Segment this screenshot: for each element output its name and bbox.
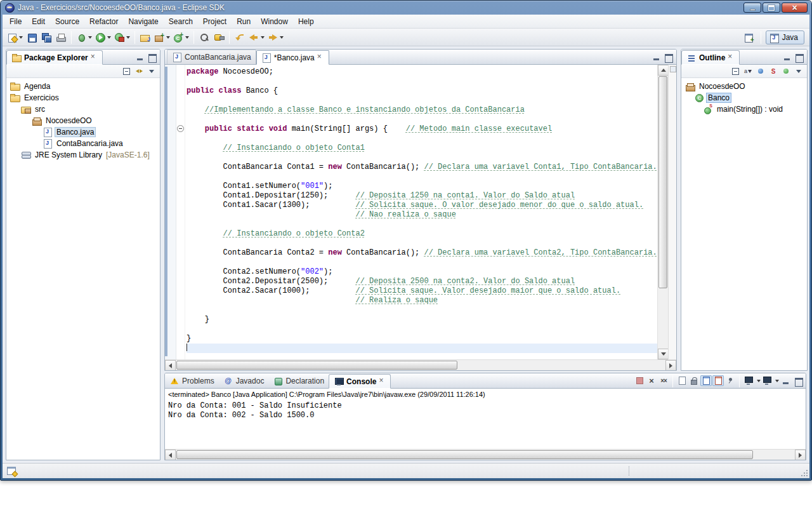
code-line-14[interactable]: Conta1.Depositar(1250); // Deposita 1250… <box>187 191 657 201</box>
code-line-25[interactable]: // Realiza o saque <box>187 296 657 305</box>
terminate-button[interactable] <box>634 375 645 386</box>
save-all-button[interactable] <box>39 30 53 44</box>
close-window-button[interactable] <box>782 3 808 13</box>
collapse-all-button[interactable] <box>121 66 132 77</box>
back-dropdown[interactable] <box>247 30 266 44</box>
menu-item-edit[interactable]: Edit <box>27 15 50 28</box>
close-view-icon[interactable] <box>728 54 735 61</box>
fold-collapse-icon[interactable] <box>177 125 184 132</box>
menu-item-file[interactable]: File <box>4 15 27 28</box>
open-type-button[interactable] <box>197 30 211 44</box>
scroll-right-arrow[interactable] <box>795 450 806 460</box>
code-line-13[interactable]: Conta1.setNumero("001"); <box>187 182 657 191</box>
remove-launch-button[interactable] <box>646 375 657 386</box>
code-line-21[interactable] <box>187 258 657 267</box>
code-line-11[interactable]: ContaBancaria Conta1 = new ContaBancaria… <box>187 163 657 172</box>
menu-item-window[interactable]: Window <box>256 15 293 28</box>
tree-item-exercicios[interactable]: Exercicios <box>6 92 160 104</box>
code-line-10[interactable] <box>187 153 657 163</box>
scroll-left-arrow[interactable] <box>165 360 176 371</box>
code-line-7[interactable]: public static void main(String[] args) {… <box>187 124 657 134</box>
menu-item-run[interactable]: Run <box>232 15 256 28</box>
open-console-dropdown[interactable] <box>761 375 773 386</box>
minimize-view-button[interactable] <box>780 376 792 386</box>
maximize-view-button[interactable] <box>792 376 804 386</box>
scroll-left-arrow[interactable] <box>165 450 176 460</box>
scroll-lock-button[interactable] <box>688 375 700 386</box>
sort-button[interactable] <box>742 66 754 77</box>
code-line-4[interactable] <box>187 96 657 105</box>
code-line-12[interactable] <box>187 172 657 182</box>
last-edit-location-button[interactable] <box>233 30 247 44</box>
scroll-up-arrow[interactable] <box>658 65 669 76</box>
folding-column[interactable] <box>176 65 185 359</box>
menu-item-search[interactable]: Search <box>164 15 198 28</box>
menu-item-source[interactable]: Source <box>50 15 84 28</box>
close-tab-icon[interactable] <box>317 54 324 61</box>
new-java-project-button[interactable] <box>138 30 152 44</box>
tab-javadoc[interactable]: Javadoc <box>219 373 269 388</box>
maximize-view-button[interactable] <box>146 52 158 62</box>
code-line-5[interactable]: //Implementando a classe Banco e instanc… <box>187 105 657 115</box>
code-line-8[interactable] <box>187 134 657 144</box>
code-line-17[interactable] <box>187 220 657 229</box>
code-line-29[interactable]: } <box>187 334 657 344</box>
new-wizard-dropdown[interactable] <box>6 30 24 44</box>
code-line-1[interactable]: package NocoesdeOO; <box>187 67 657 77</box>
show-console-on-stderr-button[interactable] <box>712 375 724 386</box>
pin-console-button[interactable] <box>724 375 736 386</box>
tree-item-agenda[interactable]: Agenda <box>6 81 160 92</box>
code-line-19[interactable] <box>187 239 657 248</box>
save-button[interactable] <box>25 30 39 44</box>
code-line-20[interactable]: ContaBancaria Conta2 = new ContaBancaria… <box>187 248 657 258</box>
editor-horizontal-scrollbar[interactable] <box>165 359 676 370</box>
tree-item-banco-java[interactable]: Banco.java <box>6 126 160 138</box>
show-console-on-stdout-button[interactable] <box>700 375 712 386</box>
fast-view-button[interactable] <box>7 467 16 475</box>
scrollbar-thumb[interactable] <box>176 450 753 459</box>
maximize-window-button[interactable] <box>763 3 780 13</box>
tree-item-src[interactable]: src <box>6 104 160 115</box>
tree-item-jre-system-library[interactable]: JRE System Library [JavaSE-1.6] <box>6 149 160 161</box>
tree-item-contabancaria-java[interactable]: ContaBancaria.java <box>6 138 160 149</box>
console-output[interactable]: Nro da Conta: 001 - Saldo InsuficienteNr… <box>165 400 806 449</box>
menu-item-navigate[interactable]: Navigate <box>123 15 163 28</box>
menu-item-help[interactable]: Help <box>293 15 319 28</box>
close-tab-icon[interactable] <box>379 378 386 385</box>
code-line-18[interactable]: // Instanciando o objeto Conta2 <box>187 229 657 239</box>
hide-non-public-members-button[interactable] <box>780 66 792 77</box>
close-view-icon[interactable] <box>91 54 98 61</box>
view-menu-button[interactable] <box>793 66 804 77</box>
minimize-view-button[interactable] <box>134 52 146 62</box>
scroll-down-arrow[interactable] <box>658 349 669 359</box>
code-line-16[interactable]: // Nao realiza o saque <box>187 210 657 220</box>
code-line-3[interactable]: public class Banco { <box>187 86 657 96</box>
outline-item-banco[interactable]: Banco <box>681 92 807 104</box>
code-line-24[interactable]: Conta2.Sacar(1000); // Solicita saque. V… <box>187 286 657 296</box>
package-explorer-tab[interactable]: Package Explorer <box>6 50 103 65</box>
outline-tab[interactable]: Outline <box>681 50 740 65</box>
scroll-right-arrow[interactable] <box>665 360 676 371</box>
code-line-27[interactable]: } <box>187 315 657 324</box>
editor-vertical-scrollbar[interactable] <box>657 65 668 359</box>
code-line-23[interactable]: Conta2.Depositar(2500); // Deposita 2500… <box>187 277 657 286</box>
run-dropdown[interactable] <box>94 30 112 44</box>
code-line-6[interactable] <box>187 115 657 124</box>
scrollbar-thumb[interactable] <box>176 361 457 370</box>
new-package-dropdown[interactable] <box>153 30 171 44</box>
forward-dropdown[interactable] <box>266 30 285 44</box>
code-area[interactable]: package NocoesdeOO;public class Banco { … <box>185 65 657 359</box>
code-line-30[interactable] <box>187 344 657 353</box>
external-tools-dropdown[interactable] <box>113 30 131 44</box>
new-class-dropdown[interactable] <box>172 30 190 44</box>
maximize-editor-button[interactable] <box>662 52 674 62</box>
view-menu-button[interactable] <box>146 66 157 77</box>
code-line-2[interactable] <box>187 77 657 86</box>
tab-declaration[interactable]: Declaration <box>268 373 329 388</box>
clear-console-button[interactable] <box>676 375 688 386</box>
minimize-editor-button[interactable] <box>650 52 662 62</box>
menu-item-project[interactable]: Project <box>198 15 232 28</box>
minimize-window-button[interactable] <box>743 3 761 13</box>
minimize-view-button[interactable] <box>781 52 793 62</box>
open-perspective-button[interactable] <box>742 30 756 44</box>
